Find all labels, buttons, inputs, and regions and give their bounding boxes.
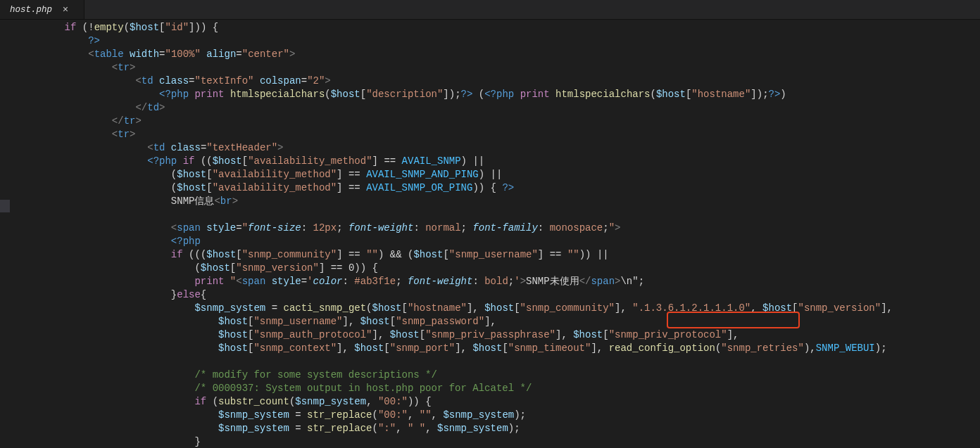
code-line: ($host["availability_method"] == AVAIL_S… [41,168,980,181]
code-line: /* 0000937: System output in host.php po… [41,382,980,395]
code-line: $snmp_system = str_replace(":", " ", $sn… [41,422,980,435]
code-line: print "<span style='color: #ab3f1e; font… [41,275,980,288]
code-area[interactable]: if (!empty($host["id"])) { ?> <table wid… [38,20,980,448]
gutter [0,20,38,448]
code-line: $host["snmp_context"], $host["snmp_port"… [41,342,980,355]
tab-bar: host.php × [0,0,980,20]
code-line: $host["snmp_auth_protocol"], $host["snmp… [41,328,980,342]
code-line: <td class="textHeader"> [41,141,980,155]
code-line: ($host["snmp_version"] == 0)) { [41,262,980,275]
code-line: <td class="textInfo" colspan="2"> [41,75,980,88]
tab-host-php[interactable]: host.php × [0,0,84,19]
code-line: $snmp_system = str_replace("00:", "", $s… [41,409,980,422]
code-line: ?> [41,34,980,48]
code-line: if (substr_count($snmp_system, "00:")) { [41,395,980,409]
code-line: <table width="100%" align="center"> [41,48,980,61]
editor: if (!empty($host["id"])) { ?> <table wid… [0,20,980,448]
code-line: <tr> [41,128,980,141]
code-line: <span style="font-size: 12px; font-weigh… [41,222,980,235]
code-line: </tr> [41,115,980,128]
code-line: <?php [41,235,980,248]
code-line: <tr> [41,61,980,75]
code-line: <?php print htmlspecialchars($host["desc… [41,88,980,101]
code-line: ($host["availability_method"] == AVAIL_S… [41,181,980,195]
minimap-indicator [0,200,10,212]
code-line [41,208,980,222]
code-line: if (!empty($host["id"])) { [41,21,980,34]
tab-title: host.php [10,5,52,15]
code-line: /* modify for some system descriptions *… [41,369,980,382]
code-line: if ((($host["snmp_community"] == "") && … [41,248,980,262]
code-line: SNMP信息<br> [41,195,980,208]
code-line [41,355,980,369]
code-line: $host["snmp_username"], $host["snmp_pass… [41,315,980,328]
close-icon[interactable]: × [61,5,70,15]
code-line: } [41,435,980,448]
code-line: </td> [41,101,980,115]
code-line: $snmp_system = cacti_snmp_get($host["hos… [41,302,980,315]
code-line: }else{ [41,288,980,302]
code-line: <?php if (($host["availability_method"] … [41,155,980,168]
